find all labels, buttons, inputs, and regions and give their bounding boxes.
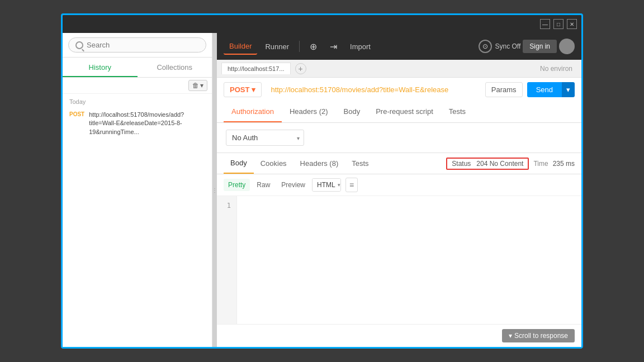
format-type-select[interactable]: HTML JSON XML Text [312,179,341,191]
code-area: 1 [217,196,581,324]
tab-tests[interactable]: Tests [441,102,473,122]
history-item[interactable]: POST http://localhost:51708/movies/add?t… [69,108,205,139]
request-row: POST ▾ Params Send ▾ [217,78,581,102]
auth-select-wrapper[interactable]: No Auth Bearer Token Basic Auth OAuth 2.… [226,130,304,146]
response-tabs-row: Body Cookies Headers (8) Tests Status [217,153,581,174]
trash-arrow: ▾ [200,82,203,89]
response-body-toolbar: Pretty Raw Preview HTML JSON XML Text [217,174,581,196]
format-preview[interactable]: Preview [277,179,310,191]
format-raw[interactable]: Raw [252,179,274,191]
tab-prerequest[interactable]: Pre-request script [368,102,441,122]
trash-icon: 🗑 [192,82,199,89]
search-icon [75,41,83,49]
response-section: Body Cookies Headers (8) Tests Status [217,153,581,347]
url-input[interactable] [266,83,480,97]
method-label: POST [230,85,249,94]
runner-nav-button[interactable]: Runner [259,39,295,54]
main-layout: History Collections 🗑 ▾ Today POST http:… [63,33,581,347]
history-section: Today POST http://localhost:51708/movies… [63,94,212,143]
resp-tab-body[interactable]: Body [224,153,254,174]
sync-area: ⊙ Sync Off [479,40,521,53]
app-window: — □ ✕ History Collect [61,13,583,349]
search-wrapper[interactable] [68,37,206,53]
url-tab-row: http://localhost:517... + No environ [217,60,581,78]
nav-separator [299,41,300,52]
send-button[interactable]: Send [527,82,562,97]
sidebar-toolbar: 🗑 ▾ [63,78,212,94]
search-input[interactable] [87,41,199,49]
status-box: Status 204 No Content [446,158,529,170]
title-bar: — □ ✕ [63,15,581,33]
resp-tab-cookies[interactable]: Cookies [254,154,293,173]
scroll-to-response-button[interactable]: ▾ Scroll to response [502,329,575,342]
user-avatar [559,39,575,54]
tab-body[interactable]: Body [336,102,368,122]
send-dropdown-button[interactable]: ▾ [562,82,575,97]
sign-in-button[interactable]: Sign in [523,40,557,53]
word-wrap-button[interactable]: ≡ [345,178,358,192]
status-label: Status [452,160,471,168]
params-button[interactable]: Params [485,82,523,97]
url-tab[interactable]: http://localhost:517... [221,63,291,74]
top-nav: Builder Runner ⊕ ⇥ Import ⊙ Sync Off Sig… [217,33,581,60]
resize-handle[interactable]: ⋮ [212,33,217,347]
time-label: Time [533,160,548,168]
tab-headers[interactable]: Headers (2) [282,102,336,122]
time-value: 235 ms [553,160,575,168]
import-icon[interactable]: ⇥ [324,37,342,55]
history-date: Today [69,98,205,105]
tab-authorization[interactable]: Authorization [224,102,282,122]
scroll-to-response-bar: ▾ Scroll to response [217,324,581,347]
sync-off-label: Sync Off [495,42,521,50]
history-method-badge: POST [69,111,84,117]
send-group: Send ▾ [527,82,575,97]
no-environ-label: No environ [540,65,572,73]
sidebar: History Collections 🗑 ▾ Today POST http:… [63,33,212,347]
auth-type-select[interactable]: No Auth Bearer Token Basic Auth OAuth 2.… [226,130,304,146]
right-panel: Builder Runner ⊕ ⇥ Import ⊙ Sync Off Sig… [217,33,581,347]
history-url: http://localhost:51708/movies/add?title=… [89,111,205,136]
sidebar-tabs: History Collections [63,58,212,78]
auth-section: No Auth Bearer Token Basic Auth OAuth 2.… [217,123,581,153]
method-select[interactable]: POST ▾ [224,82,262,97]
sidebar-tab-history[interactable]: History [63,58,138,77]
line-number-1: 1 [222,201,231,211]
import-nav-button[interactable]: Import [344,39,376,54]
code-content[interactable] [237,196,581,324]
scroll-arrow-icon: ▾ [509,332,512,340]
sidebar-tab-collections[interactable]: Collections [138,58,212,77]
status-value: 204 No Content [476,160,523,168]
tab-add-button[interactable]: + [295,63,306,74]
format-pretty[interactable]: Pretty [224,179,250,191]
new-tab-icon[interactable]: ⊕ [304,37,322,55]
scroll-label: Scroll to response [514,332,568,340]
html-select-wrapper[interactable]: HTML JSON XML Text ▾ [312,178,341,192]
resp-tab-tests[interactable]: Tests [345,154,375,173]
trash-button[interactable]: 🗑 ▾ [188,80,207,91]
line-numbers: 1 [217,196,237,324]
sync-icon: ⊙ [479,40,492,53]
close-button[interactable]: ✕ [567,19,577,29]
search-bar [63,33,212,58]
status-badge: Status 204 No Content Time 235 ms [446,158,575,170]
builder-nav-button[interactable]: Builder [224,39,257,55]
resp-tab-headers[interactable]: Headers (8) [293,154,345,173]
maximize-button[interactable]: □ [553,19,564,29]
method-arrow: ▾ [252,85,255,94]
request-tabs: Authorization Headers (2) Body Pre-reque… [217,102,581,123]
minimize-button[interactable]: — [540,19,550,29]
